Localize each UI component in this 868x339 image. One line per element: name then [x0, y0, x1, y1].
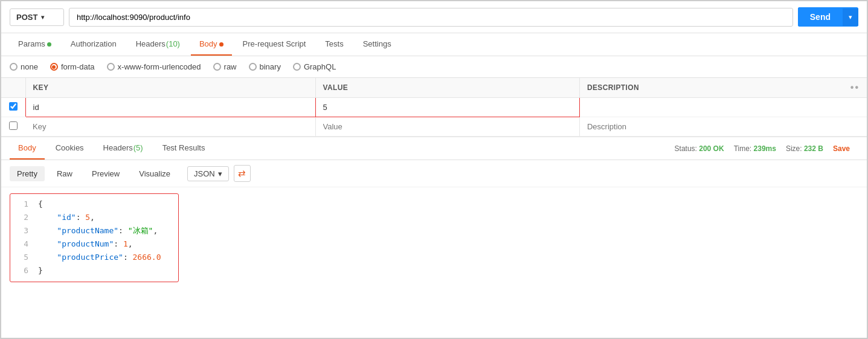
json-line-6: 6 }	[18, 264, 171, 277]
url-input[interactable]	[69, 8, 793, 27]
json-viewer: 1 { 2 "id": 5, 3 "productName": "冰箱",	[1, 187, 867, 288]
format-tab-pretty[interactable]: Pretty	[10, 166, 45, 181]
tab-headers[interactable]: Headers(10)	[127, 33, 188, 56]
radio-graphql	[293, 63, 301, 71]
description-input[interactable]	[580, 98, 843, 117]
params-dot	[47, 42, 51, 47]
size-value: 232 B	[804, 144, 823, 153]
tab-pre-request[interactable]: Pre-request Script	[234, 33, 315, 56]
row-key-cell	[25, 98, 315, 117]
response-format-bar: Pretty Raw Preview Visualize JSON ▾ ⇄	[1, 160, 867, 187]
json-line-3: 3 "productName": "冰箱",	[18, 224, 171, 237]
option-raw[interactable]: raw	[213, 62, 237, 71]
row-checkbox-cell	[1, 98, 25, 117]
col-checkbox-header	[1, 78, 25, 98]
time-label: Time: 239ms	[734, 144, 776, 153]
tab-params[interactable]: Params	[10, 33, 60, 56]
col-actions-header: ••	[843, 78, 867, 98]
size-label: Size: 232 B	[786, 144, 823, 153]
form-data-table: KEY VALUE DESCRIPTION ••	[1, 78, 867, 137]
key-input[interactable]	[26, 98, 315, 117]
json-content-3: "productName": "冰箱",	[38, 224, 171, 237]
format-chevron-icon: ▾	[218, 169, 222, 178]
response-tab-test-results[interactable]: Test Results	[154, 137, 214, 160]
option-none[interactable]: none	[10, 62, 38, 71]
format-select[interactable]: JSON ▾	[187, 166, 229, 181]
format-tab-visualize[interactable]: Visualize	[132, 166, 178, 181]
json-content-2: "id": 5,	[38, 211, 171, 224]
placeholder-desc-input[interactable]	[580, 117, 843, 136]
body-type-options: none form-data x-www-form-urlencoded raw…	[1, 56, 867, 78]
tab-tests[interactable]: Tests	[317, 33, 352, 56]
line-number: 1	[18, 198, 28, 211]
send-button-group: Send ▾	[798, 7, 858, 27]
placeholder-value-input[interactable]	[316, 117, 579, 136]
tab-body[interactable]: Body	[191, 33, 232, 56]
json-content-5: "productPrice": 2666.0	[38, 251, 171, 264]
placeholder-key-cell	[25, 117, 315, 137]
method-label: POST	[16, 13, 37, 22]
format-tab-raw[interactable]: Raw	[50, 166, 80, 181]
value-input[interactable]	[316, 98, 579, 117]
placeholder-desc-cell	[579, 117, 843, 137]
json-brace-close: }	[38, 264, 171, 277]
format-tab-preview[interactable]: Preview	[85, 166, 127, 181]
row-checkbox[interactable]	[9, 102, 18, 111]
json-response-box: 1 { 2 "id": 5, 3 "productName": "冰箱",	[10, 193, 179, 282]
send-button[interactable]: Send	[798, 7, 843, 27]
url-bar: POST ▾ Send ▾	[1, 1, 867, 33]
time-value: 239ms	[754, 144, 776, 153]
body-dot	[219, 42, 223, 47]
response-section: Body Cookies Headers(5) Test Results Sta…	[1, 137, 867, 338]
placeholder-row	[1, 117, 867, 137]
wrap-text-icon[interactable]: ⇄	[234, 165, 251, 182]
line-number: 6	[18, 264, 28, 277]
json-content-4: "productNum": 1,	[38, 237, 171, 251]
table-row	[1, 98, 867, 117]
key-value-table: KEY VALUE DESCRIPTION ••	[1, 78, 867, 137]
response-tab-body[interactable]: Body	[10, 137, 45, 160]
placeholder-checkbox[interactable]	[9, 121, 18, 130]
tab-settings[interactable]: Settings	[355, 33, 400, 56]
radio-binary	[249, 63, 257, 71]
line-number: 5	[18, 251, 28, 264]
json-line-2: 2 "id": 5,	[18, 211, 171, 224]
json-brace-open: {	[38, 198, 171, 211]
option-graphql[interactable]: GraphQL	[293, 62, 336, 71]
line-number: 2	[18, 211, 28, 224]
more-options-icon[interactable]: ••	[850, 82, 860, 92]
col-desc-header: DESCRIPTION	[579, 78, 843, 98]
row-desc-cell	[579, 98, 843, 117]
radio-none	[10, 63, 18, 71]
request-tabs-bar: Params Authorization Headers(10) Body Pr…	[1, 33, 867, 56]
option-form-data[interactable]: form-data	[50, 62, 95, 71]
placeholder-key-input[interactable]	[25, 117, 315, 136]
status-value: 200 OK	[699, 144, 724, 153]
radio-form-data	[50, 63, 58, 71]
response-tabs-left: Body Cookies Headers(5) Test Results	[10, 137, 213, 160]
send-dropdown-button[interactable]: ▾	[843, 8, 858, 26]
line-number: 4	[18, 237, 28, 251]
json-line-4: 4 "productNum": 1,	[18, 237, 171, 251]
tab-authorization[interactable]: Authorization	[62, 33, 125, 56]
save-link[interactable]: Save	[833, 144, 850, 153]
line-number: 3	[18, 224, 28, 237]
json-line-5: 5 "productPrice": 2666.0	[18, 251, 171, 264]
row-actions-cell	[843, 98, 867, 117]
response-tab-cookies[interactable]: Cookies	[47, 137, 92, 160]
method-select[interactable]: POST ▾	[10, 8, 64, 26]
response-tabs-bar: Body Cookies Headers(5) Test Results Sta…	[1, 137, 867, 160]
response-tab-headers[interactable]: Headers(5)	[95, 137, 152, 160]
chevron-down-icon: ▾	[41, 14, 44, 21]
status-label: Status: 200 OK	[675, 144, 724, 153]
col-key-header: KEY	[25, 78, 315, 98]
row-value-cell	[315, 98, 579, 117]
option-binary[interactable]: binary	[249, 62, 281, 71]
json-line-1: 1 {	[18, 198, 171, 211]
radio-raw	[213, 63, 221, 71]
radio-urlencoded	[107, 63, 115, 71]
option-urlencoded[interactable]: x-www-form-urlencoded	[107, 62, 201, 71]
placeholder-checkbox-cell	[1, 117, 25, 137]
response-status-bar: Status: 200 OK Time: 239ms Size: 232 B S…	[675, 144, 858, 153]
col-value-header: VALUE	[315, 78, 579, 98]
